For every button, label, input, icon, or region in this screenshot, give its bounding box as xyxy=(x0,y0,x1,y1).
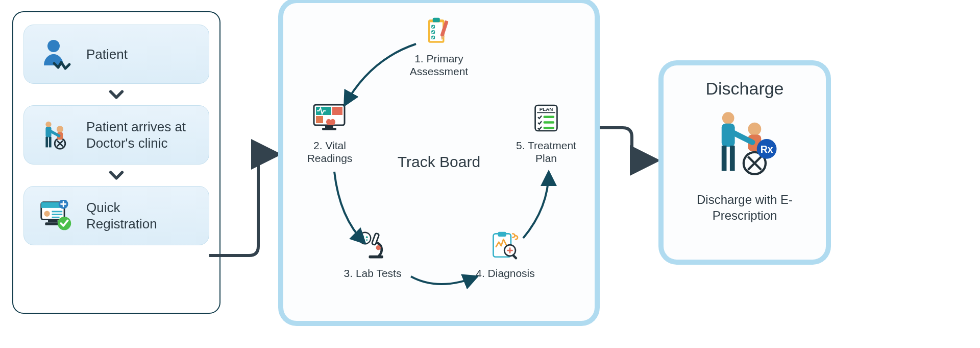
svg-rect-51 xyxy=(544,127,554,129)
card-registration-label: Quick Registration xyxy=(86,199,194,233)
svg-rect-43 xyxy=(498,232,506,237)
svg-point-0 xyxy=(47,40,60,52)
svg-rect-49 xyxy=(544,116,554,118)
discharge-icon: Rx xyxy=(712,108,778,184)
registration-icon xyxy=(38,198,74,234)
svg-rect-32 xyxy=(325,125,333,128)
svg-point-41 xyxy=(376,245,381,250)
node-label-1: 1. Primary Assessment xyxy=(401,52,477,78)
svg-rect-30 xyxy=(332,107,342,115)
node-treatment-plan: PLAN 5. Treatment Plan xyxy=(508,100,584,165)
card-arrives-label: Patient arrives at Doctor's clinic xyxy=(86,119,194,152)
node-vital-readings: 2. Vital Readings xyxy=(291,100,368,165)
vitals-monitor-icon xyxy=(291,100,368,136)
arrow-down-1 xyxy=(23,84,209,105)
plan-icon: PLAN xyxy=(508,100,584,136)
discharge-panel: Discharge Rx Discharge with E- Prescript… xyxy=(664,65,826,260)
node-diagnosis: 4. Diagnosis xyxy=(467,228,544,280)
svg-rect-40 xyxy=(369,256,383,259)
svg-rect-16 xyxy=(48,220,58,223)
patient-icon xyxy=(38,36,74,72)
svg-rect-59 xyxy=(722,146,727,171)
svg-point-36 xyxy=(366,236,368,238)
node-primary-assessment: 1. Primary Assessment xyxy=(401,13,477,78)
svg-rect-33 xyxy=(322,128,336,130)
svg-point-37 xyxy=(363,239,365,241)
svg-rect-22 xyxy=(433,18,440,22)
svg-text:Rx: Rx xyxy=(761,144,773,155)
svg-point-6 xyxy=(45,122,51,127)
card-patient: Patient xyxy=(23,25,209,84)
svg-text:PLAN: PLAN xyxy=(540,106,553,112)
svg-point-57 xyxy=(722,112,734,124)
discharge-title: Discharge xyxy=(705,79,783,99)
svg-rect-9 xyxy=(49,137,52,148)
svg-rect-45 xyxy=(512,254,518,260)
svg-rect-8 xyxy=(45,137,48,148)
svg-rect-13 xyxy=(52,211,63,213)
svg-point-55 xyxy=(748,123,761,136)
microscope-icon xyxy=(334,228,411,264)
svg-point-35 xyxy=(362,235,364,237)
svg-point-38 xyxy=(366,239,368,241)
wheelchair-icon xyxy=(38,117,74,153)
svg-rect-14 xyxy=(52,214,63,215)
svg-rect-50 xyxy=(544,121,554,123)
node-lab-tests: 3. Lab Tests xyxy=(334,228,411,280)
svg-rect-31 xyxy=(316,116,323,123)
node-label-4: 4. Diagnosis xyxy=(467,267,544,280)
card-patient-label: Patient xyxy=(86,46,128,63)
svg-point-12 xyxy=(44,211,50,217)
card-registration: Quick Registration xyxy=(23,186,209,245)
svg-rect-15 xyxy=(52,217,60,218)
svg-point-4 xyxy=(57,126,63,132)
track-board-title: Track Board xyxy=(398,153,480,171)
card-arrives: Patient arrives at Doctor's clinic xyxy=(23,105,209,165)
svg-point-34 xyxy=(359,233,371,244)
discharge-subtitle: Discharge with E- Prescription xyxy=(675,192,815,223)
arrow-down-2 xyxy=(23,165,209,186)
node-label-3: 3. Lab Tests xyxy=(334,267,411,280)
diagnosis-icon xyxy=(467,228,544,264)
node-label-5: 5. Treatment Plan xyxy=(508,139,584,165)
patient-intake-panel: Patient Patient arrives at Doctor's clin… xyxy=(12,11,220,314)
node-label-2: 2. Vital Readings xyxy=(291,139,368,165)
track-board-panel: Track Board 1. Primary Assessment xyxy=(283,3,595,321)
svg-rect-60 xyxy=(730,146,735,171)
clipboard-checklist-icon xyxy=(401,13,477,49)
